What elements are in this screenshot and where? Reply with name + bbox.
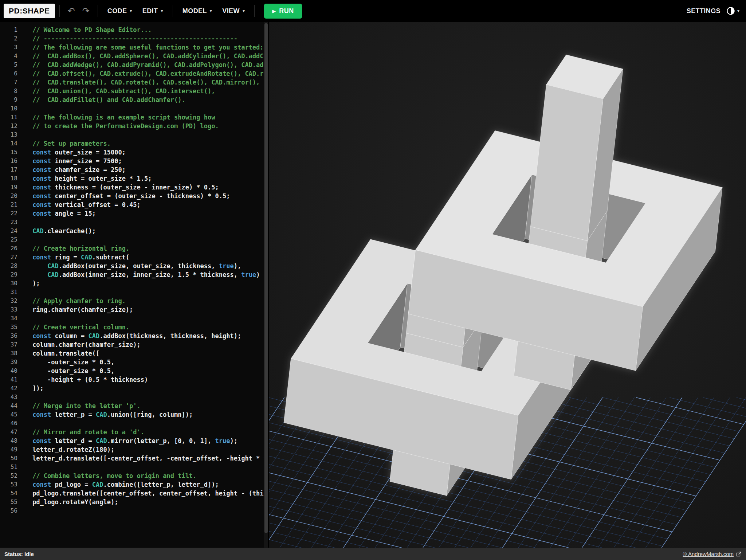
line-number: 7 [0, 78, 23, 87]
code-line[interactable]: const outer_size = 15000; [32, 148, 268, 157]
code-line[interactable] [32, 463, 268, 471]
code-line[interactable]: const inner_size = 7500; [32, 157, 268, 165]
chevron-down-icon: ▾ [243, 8, 245, 13]
code-line[interactable]: ring.chamfer(chamfer_size); [32, 305, 268, 314]
code-line[interactable]: const angle = 15; [32, 209, 268, 218]
code-line[interactable]: -height + (0.5 * thickness) [32, 375, 268, 384]
code-line[interactable]: // CAD.union(), CAD.subtract(), CAD.inte… [32, 87, 268, 95]
theme-toggle[interactable]: ▾ [726, 7, 739, 15]
code-line[interactable]: const pd_logo = CAD.combine([letter_p, l… [32, 480, 268, 489]
code-line[interactable]: const letter_p = CAD.union([ring, column… [32, 410, 268, 419]
status-text: Status: Idle [4, 551, 34, 557]
line-number: 26 [0, 244, 23, 253]
code-line[interactable]: column.chamfer(chamfer_size); [32, 340, 268, 349]
top-toolbar: PD:SHAPE ↶ ↷ CODE ▾ EDIT ▾ MODEL ▾ VIEW … [0, 0, 746, 22]
settings-button[interactable]: SETTINGS [687, 7, 721, 15]
code-editor[interactable]: 1234567891011121314151617181920212223242… [0, 22, 269, 548]
code-line[interactable]: // Create horizontal ring. [32, 244, 268, 253]
line-numbers: 1234567891011121314151617181920212223242… [0, 22, 23, 548]
code-line[interactable]: -outer_size * 0.5, [32, 367, 268, 375]
code-line[interactable]: ); [32, 279, 268, 288]
undo-button[interactable]: ↶ [64, 5, 79, 17]
code-line[interactable]: letter_d.rotateZ(180); [32, 445, 268, 454]
code-line[interactable]: // Apply chamfer to ring. [32, 297, 268, 305]
code-line[interactable]: // Welcome to PD Shape Editor... [32, 26, 268, 34]
code-line[interactable]: // CAD.addBox(), CAD.addSphere(), CAD.ad… [32, 52, 268, 60]
code-line[interactable]: column.translate([ [32, 349, 268, 358]
code-line[interactable]: ]); [32, 384, 268, 393]
line-number: 53 [0, 480, 23, 489]
code-line[interactable]: CAD.addBox(inner_size, inner_size, 1.5 *… [32, 270, 268, 279]
line-number: 27 [0, 253, 23, 262]
code-line[interactable]: const height = outer_size * 1.5; [32, 174, 268, 183]
run-button-label: RUN [279, 7, 294, 15]
code-line[interactable]: // to create the PerformativeDesign.com … [32, 122, 268, 130]
line-number: 46 [0, 419, 23, 428]
line-number: 38 [0, 349, 23, 358]
code-line[interactable]: // Merge into the letter 'p'. [32, 402, 268, 410]
line-number: 16 [0, 157, 23, 165]
code-line[interactable] [32, 235, 268, 244]
code-line[interactable]: const chamfer_size = 250; [32, 165, 268, 174]
code-line[interactable]: // CAD.addFillet() and CAD.addChamfer(). [32, 95, 268, 104]
code-line[interactable]: // CAD.offset(), CAD.extrude(), CAD.extr… [32, 69, 268, 78]
code-line[interactable]: letter_d.translate([-center_offset, -cen… [32, 454, 268, 463]
external-link-icon [736, 551, 742, 557]
scrollbar-thumb[interactable] [264, 23, 268, 533]
menu-code[interactable]: CODE ▾ [102, 7, 137, 15]
code-line[interactable]: const column = CAD.addBox(thickness, thi… [32, 332, 268, 340]
chevron-down-icon: ▾ [161, 8, 163, 13]
code-line[interactable]: CAD.clearCache(); [32, 227, 268, 235]
redo-button[interactable]: ↷ [79, 5, 93, 17]
line-number: 48 [0, 436, 23, 445]
chevron-down-icon: ▾ [737, 8, 739, 13]
line-number: 41 [0, 375, 23, 384]
line-number: 9 [0, 95, 23, 104]
toolbar-divider [254, 5, 255, 17]
menu-edit[interactable]: EDIT ▾ [137, 7, 168, 15]
status-bar: Status: Idle © AndrewMarsh.com [0, 548, 746, 560]
code-line[interactable] [32, 506, 268, 515]
code-line[interactable] [32, 104, 268, 113]
code-line[interactable]: const thickness = (outer_size - inner_si… [32, 183, 268, 192]
code-line[interactable]: // The following are some useful functio… [32, 43, 268, 52]
code-line[interactable] [32, 288, 268, 297]
line-number: 45 [0, 410, 23, 419]
code-line[interactable]: const center_offset = (outer_size - thic… [32, 192, 268, 200]
code-line[interactable]: // CAD.addWedge(), CAD.addPyramid(), CAD… [32, 60, 268, 69]
code-line[interactable]: pd_logo.rotateY(angle); [32, 498, 268, 506]
code-line[interactable]: // CAD.translate(), CAD.rotate(), CAD.sc… [32, 78, 268, 87]
editor-scrollbar[interactable] [264, 22, 268, 548]
code-line[interactable] [32, 218, 268, 227]
run-button[interactable]: ▶ RUN [264, 4, 302, 19]
code-line[interactable]: // Mirror and rotate to a 'd'. [32, 428, 268, 436]
code-line[interactable]: // Combine letters, move to origin and t… [32, 471, 268, 480]
code-line[interactable]: CAD.addBox(outer_size, outer_size, thick… [32, 262, 268, 270]
code-line[interactable] [32, 314, 268, 323]
menu-model[interactable]: MODEL ▾ [177, 7, 217, 15]
menu-code-label: CODE [107, 7, 127, 15]
line-number: 19 [0, 183, 23, 192]
code-line[interactable]: const ring = CAD.subtract( [32, 253, 268, 262]
code-line[interactable]: -outer_size * 0.5, [32, 358, 268, 367]
code-line[interactable] [32, 393, 268, 402]
code-line[interactable]: // The following is an example script sh… [32, 113, 268, 122]
code-line[interactable] [32, 130, 268, 139]
menu-view-label: VIEW [222, 7, 240, 15]
code-area[interactable]: // Welcome to PD Shape Editor...// -----… [23, 22, 268, 548]
line-number: 23 [0, 218, 23, 227]
menu-view[interactable]: VIEW ▾ [217, 7, 250, 15]
code-line[interactable]: const letter_d = CAD.mirror(letter_p, [0… [32, 436, 268, 445]
code-line[interactable]: // -------------------------------------… [32, 34, 268, 43]
menu-edit-label: EDIT [142, 7, 158, 15]
code-line[interactable]: const vertical_offset = 0.45; [32, 200, 268, 209]
code-line[interactable] [32, 419, 268, 428]
code-line[interactable]: pd_logo.translate([center_offset, center… [32, 489, 268, 498]
code-line[interactable]: // Create vertical column. [32, 323, 268, 332]
code-line[interactable]: // Set up parameters. [32, 139, 268, 148]
line-number: 10 [0, 104, 23, 113]
viewport-3d[interactable] [269, 22, 746, 548]
line-number: 2 [0, 34, 23, 43]
line-number: 8 [0, 87, 23, 95]
credit-link[interactable]: © AndrewMarsh.com [683, 551, 734, 557]
